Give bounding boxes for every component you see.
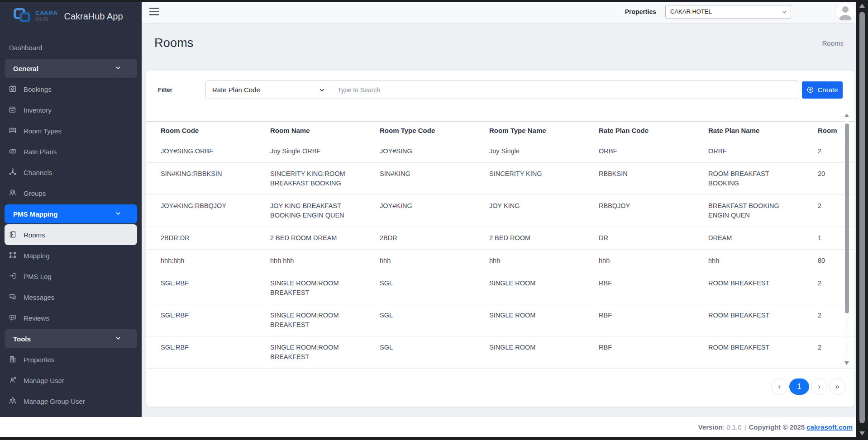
sidebar-item-rooms[interactable]: Rooms — [5, 224, 137, 245]
menu-toggle-button[interactable] — [149, 8, 159, 15]
column-header: Room Type Name — [489, 122, 599, 140]
table-cell: JOY KING BREAKFAST BOOKING ENGIN QUEN — [270, 195, 380, 227]
cakrasoft-link[interactable]: cakrasoft.com — [806, 423, 853, 431]
table-row: JOY#KING:RBBQJOY JOY KING BREAKFAST BOOK… — [146, 195, 854, 227]
table-cell: SINGLE ROOM — [489, 272, 599, 304]
chevron-down-icon — [319, 87, 325, 94]
property-select-value: CAKAR HOTEL — [670, 8, 712, 15]
sidebar-item-properties[interactable]: Properties — [5, 349, 137, 370]
sidebar-item-dashboard[interactable]: Dashboard — [0, 37, 142, 58]
table-cell: ROOM BREAKFEST — [708, 304, 818, 336]
footer-separator: | — [742, 423, 749, 431]
sidebar-item-groups[interactable]: Groups — [5, 183, 137, 203]
table-cell: 2 BED ROOM — [489, 227, 599, 250]
sidebar-item-messages[interactable]: Messages — [5, 287, 137, 308]
table-cell: 2 BED ROOM DREAM — [270, 227, 380, 250]
sidebar-item-channels[interactable]: Channels — [5, 162, 137, 183]
sidebar-item-mapping[interactable]: Mapping — [5, 245, 137, 266]
table-cell: SINGLE ROOM — [489, 304, 599, 336]
sidebar-item-pms-log[interactable]: PMS Log — [5, 266, 137, 287]
table-cell: SINGLE ROOM — [489, 336, 599, 369]
sidebar-item-bookings[interactable]: Bookings — [5, 79, 137, 99]
pagination-page-1-button[interactable]: 1 — [789, 378, 809, 395]
table-cell: JOY#KING — [380, 195, 489, 227]
table-cell: ORBF — [708, 140, 818, 163]
table-cell: ORBF — [599, 140, 708, 163]
table-cell: SIN#KING:RBBKSIN — [146, 163, 270, 195]
pagination-prev-button[interactable]: ‹ — [771, 378, 787, 395]
table-cell: SINGLE ROOM:ROOM BREAKFEST — [270, 304, 380, 336]
table-cell: SGL:RBF — [146, 304, 270, 336]
archive-box-icon — [8, 105, 17, 115]
create-button[interactable]: Create — [802, 81, 843, 99]
sidebar-item-rate-plans[interactable]: Rate Plans — [5, 141, 137, 162]
calendar-icon — [8, 84, 17, 95]
sidebar-group-pms-mapping[interactable]: PMS Mapping — [5, 204, 137, 223]
pagination-next-button[interactable]: › — [811, 378, 827, 395]
sidebar-item-inventory[interactable]: Inventory — [5, 99, 137, 120]
sidebar-group-label: PMS Mapping — [9, 210, 57, 218]
sidebar-item-label: Rate Plans — [24, 148, 57, 156]
sidebar-item-label: Groups — [24, 189, 46, 197]
column-header: Room Type Code — [380, 122, 489, 140]
scrollbar-up-arrow-icon[interactable] — [859, 4, 865, 8]
table-cell: SGL — [380, 272, 489, 304]
filter-field-select[interactable]: Rate Plan Code — [205, 80, 331, 99]
user-gear-icon — [8, 375, 17, 386]
main-content: Rooms Rooms Filter Rate Plan Code Create… — [142, 24, 856, 417]
app-title: CakraHub App — [64, 11, 123, 22]
table-cell: ROOM BREAKFEST — [708, 272, 818, 304]
table-cell: SGL:RBF — [146, 336, 270, 369]
table-cell: SIN#KING — [380, 163, 489, 195]
building-icon — [8, 355, 17, 365]
pagination-last-button[interactable]: » — [829, 378, 845, 395]
table-row: SIN#KING:RBBKSIN SINCERITY KING:ROOM BRE… — [146, 163, 854, 195]
logo-text-cakra: CAKRA — [35, 10, 57, 16]
sidebar-item-room-types[interactable]: Room Types — [5, 120, 137, 141]
menu-bars-icon — [149, 8, 159, 9]
rooms-card: Filter Rate Plan Code Create Room Code R… — [146, 71, 854, 407]
page-title: Rooms — [154, 36, 194, 50]
copyright-text: Copyright © 2025 — [749, 423, 807, 431]
create-button-label: Create — [817, 86, 838, 94]
table-cell: hhh — [380, 250, 489, 272]
table-scrollbar — [844, 112, 850, 367]
sidebar-group-general[interactable]: General — [5, 59, 137, 78]
scroll-up-arrow-icon[interactable] — [844, 114, 849, 117]
table-cell: SINGLE ROOM:ROOM BREAKFEST — [270, 272, 380, 304]
table-cell: hhh — [708, 250, 818, 272]
sidebar-item-manage-user[interactable]: Manage User — [5, 370, 137, 391]
sidebar-item-manage-group-user[interactable]: Manage Group User — [5, 391, 137, 412]
sidebar-nav: Dashboard General Bookings Inventory Roo… — [0, 33, 142, 412]
table-cell: RBF — [599, 304, 708, 336]
filter-label: Filter — [158, 86, 205, 93]
window-top-edge — [0, 0, 868, 2]
sidebar-item-label: Room Types — [24, 127, 62, 135]
table-cell: BREAKFAST BOOKING ENGIN QUEN — [708, 195, 818, 227]
brand: CAKRA HUB CakraHub App — [0, 0, 142, 33]
door-icon — [8, 230, 17, 240]
version-label: Version — [698, 423, 723, 431]
table-cell: hhh:hhh — [146, 250, 270, 272]
sidebar-item-label: Messages — [24, 293, 54, 301]
sidebar-item-label: Reviews — [24, 314, 49, 322]
cash-icon — [8, 147, 17, 157]
browser-scrollbar-thumb[interactable] — [859, 12, 865, 423]
chat-stars-icon — [8, 313, 17, 323]
scroll-down-arrow-icon[interactable] — [844, 361, 849, 365]
sidebar-item-reviews[interactable]: Reviews — [5, 308, 137, 328]
scrollbar-down-arrow-icon[interactable] — [859, 431, 865, 435]
table-scrollbar-thumb[interactable] — [845, 123, 849, 313]
topbar-right: Properties CAKAR HOTEL — [625, 2, 856, 22]
table-cell: SGL — [380, 304, 489, 336]
browser-scrollbar — [856, 0, 868, 440]
user-avatar[interactable] — [835, 2, 855, 22]
table-cell: JOY KING — [489, 195, 599, 227]
command-nodes-icon — [8, 251, 17, 261]
search-input[interactable] — [331, 80, 798, 99]
sidebar-group-tools[interactable]: Tools — [5, 329, 137, 348]
sidebar-item-label: Dashboard — [9, 44, 42, 52]
property-select[interactable]: CAKAR HOTEL — [665, 5, 791, 19]
sidebar: CAKRA HUB CakraHub App Dashboard General… — [0, 0, 142, 417]
sidebar-group-label: Tools — [9, 335, 31, 343]
